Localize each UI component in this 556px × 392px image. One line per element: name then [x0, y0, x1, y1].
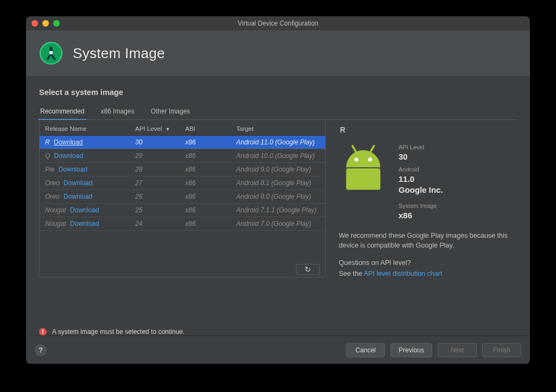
details-heading: R	[340, 125, 514, 134]
sort-desc-icon: ▼	[165, 127, 170, 132]
dialog-header: System Image	[26, 30, 530, 76]
page-title: System Image	[73, 45, 165, 62]
dialog-footer: ? Cancel Previous Next Finish	[26, 336, 530, 364]
table-row[interactable]: Nougat Download25x86Android 7.1.1 (Googl…	[40, 204, 325, 217]
download-link[interactable]: Download	[54, 152, 83, 160]
image-list-panel: Release Name API Level ▼ ABI Target R Do…	[39, 120, 326, 318]
section-heading: Select a system image	[39, 88, 517, 97]
vendor-value: Google Inc.	[399, 185, 443, 194]
api-level-cell: 26	[130, 190, 180, 204]
svg-line-4	[352, 146, 356, 153]
target-cell: Android 9.0 (Google Play)	[231, 163, 325, 176]
col-api-level[interactable]: API Level ▼	[130, 122, 180, 136]
download-link[interactable]: Download	[59, 166, 87, 173]
release-name: Pie	[45, 166, 54, 173]
finish-button: Finish	[482, 343, 521, 357]
target-cell: Android 8.0 (Google Play)	[231, 190, 325, 204]
svg-rect-6	[346, 168, 381, 190]
tab-recommended[interactable]: Recommended	[39, 104, 85, 119]
col-release-name[interactable]: Release Name	[40, 122, 130, 136]
api-question-text: Questions on API level?	[339, 258, 514, 268]
previous-button[interactable]: Previous	[390, 343, 432, 357]
window-controls	[31, 20, 60, 27]
abi-cell: x86	[180, 204, 231, 217]
api-level-label: API Level	[399, 144, 443, 150]
abi-cell: x86	[180, 136, 231, 149]
tab-x86-images[interactable]: x86 Images	[99, 104, 135, 119]
image-details-panel: R	[326, 120, 517, 318]
target-cell: Android 7.1.1 (Google Play)	[231, 204, 325, 217]
download-link[interactable]: Download	[64, 179, 92, 187]
next-button: Next	[438, 343, 477, 357]
col-abi[interactable]: ABI	[180, 122, 231, 136]
col-target[interactable]: Target	[231, 122, 325, 136]
api-level-cell: 25	[130, 204, 180, 217]
close-icon[interactable]	[31, 20, 38, 27]
download-link[interactable]: Download	[54, 138, 83, 146]
cancel-button[interactable]: Cancel	[346, 343, 385, 357]
warning-text: A system image must be selected to conti…	[52, 328, 185, 336]
api-level-cell: 28	[130, 163, 180, 176]
window-title: Virtual Device Configuration	[26, 20, 530, 27]
android-version-value: 11.0	[399, 174, 443, 184]
api-level-cell: 24	[130, 217, 180, 231]
abi-cell: x86	[180, 217, 231, 231]
api-distribution-link[interactable]: API level distribution chart	[364, 270, 443, 277]
release-name: R	[45, 138, 50, 146]
system-image-label: System Image	[399, 203, 443, 209]
table-row[interactable]: Oreo Download27x86Android 8.1 (Google Pl…	[40, 176, 325, 190]
svg-point-3	[49, 51, 53, 54]
dialog-body: Select a system image Recommendedx86 Ima…	[26, 76, 530, 336]
abi-cell: x86	[180, 149, 231, 163]
android-studio-logo-icon	[39, 41, 63, 65]
minimize-icon[interactable]	[42, 20, 49, 27]
table-row[interactable]: R Download30x86Android 11.0 (Google Play…	[40, 136, 325, 149]
api-level-cell: 30	[130, 136, 180, 149]
refresh-button[interactable]: ↻	[296, 264, 320, 275]
validation-warning: ! A system image must be selected to con…	[39, 328, 517, 336]
table-row[interactable]: Pie Download28x86Android 9.0 (Google Pla…	[40, 163, 325, 176]
release-name: Nougat	[45, 206, 66, 214]
svg-line-5	[370, 146, 374, 153]
target-cell: Android 7.0 (Google Play)	[231, 217, 325, 231]
download-link[interactable]: Download	[70, 206, 99, 214]
release-name: Oreo	[45, 179, 60, 187]
android-robot-icon	[339, 144, 388, 193]
abi-cell: x86	[180, 190, 231, 204]
error-icon: !	[39, 328, 47, 336]
abi-cell: x86	[180, 176, 231, 190]
system-image-table: Release Name API Level ▼ ABI Target R Do…	[39, 120, 326, 277]
tab-other-images[interactable]: Other Images	[149, 104, 191, 119]
svg-point-8	[368, 157, 372, 161]
recommendation-text: We recommend these Google Play images be…	[339, 231, 514, 250]
api-level-cell: 29	[130, 149, 180, 163]
target-cell: Android 11.0 (Google Play)	[231, 136, 325, 149]
see-prefix: See the	[339, 270, 364, 277]
android-label: Android	[399, 166, 443, 173]
target-cell: Android 8.1 (Google Play)	[231, 176, 325, 190]
abi-cell: x86	[180, 163, 231, 176]
title-bar: Virtual Device Configuration	[26, 16, 530, 30]
release-name: Q	[45, 152, 50, 160]
zoom-icon[interactable]	[53, 20, 60, 27]
refresh-icon: ↻	[305, 265, 311, 274]
table-row[interactable]: Q Download29x86Android 10.0 (Google Play…	[40, 149, 325, 163]
download-link[interactable]: Download	[64, 193, 92, 200]
col-api-level-label: API Level	[135, 125, 162, 132]
api-level-cell: 27	[130, 176, 180, 190]
download-link[interactable]: Download	[70, 220, 99, 227]
release-name: Nougat	[45, 220, 66, 227]
tab-bar: Recommendedx86 ImagesOther Images	[39, 104, 517, 120]
table-row[interactable]: Nougat Download24x86Android 7.0 (Google …	[40, 217, 325, 231]
svg-point-7	[355, 157, 358, 161]
target-cell: Android 10.0 (Google Play)	[231, 149, 325, 163]
dialog-window: Virtual Device Configuration System Imag…	[26, 16, 530, 364]
release-name: Oreo	[45, 193, 60, 200]
help-button[interactable]: ?	[35, 344, 47, 356]
system-image-value: x86	[399, 211, 443, 220]
table-row[interactable]: Oreo Download26x86Android 8.0 (Google Pl…	[40, 190, 325, 204]
api-level-value: 30	[399, 152, 443, 161]
